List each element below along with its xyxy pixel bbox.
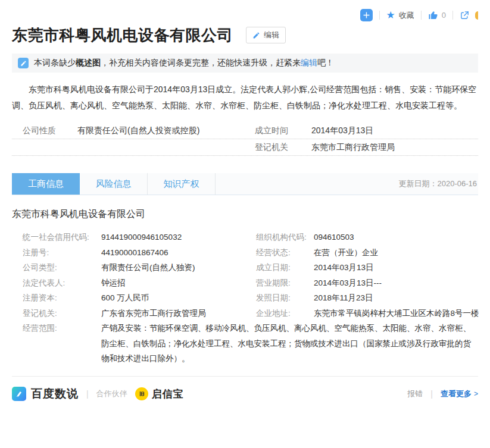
field-value: 东莞市常平镇岗梓村大埔工业区木岭路8号一楼 — [314, 306, 479, 321]
field-label: 统一社会信用代码: — [23, 230, 101, 245]
registration-detail-grid: 统一社会信用代码: 914419000946105032 组织机构代码: 094… — [12, 230, 478, 366]
like-button[interactable]: 0 — [428, 10, 446, 20]
footer-separator: | — [430, 389, 433, 399]
field-value: 2018年11月23日 — [314, 290, 478, 306]
notice-edit-link[interactable]: 编辑 — [301, 58, 317, 67]
tab-business-info[interactable]: 工商信息 — [12, 173, 80, 195]
detail-row: 登记机关: 广东省东莞市工商行政管理局 企业地址: 东莞市常平镇岗梓村大埔工业区… — [12, 306, 478, 321]
field-label: 登记机关: — [23, 306, 101, 321]
footer: 百度数说 | 合作伙伴 启信宝 报错 | 查看更多> — [12, 377, 478, 404]
footer-separator: | — [86, 389, 89, 399]
top-toolbar: ★ 收藏 0 — [12, 0, 478, 23]
like-count: 0 — [442, 11, 446, 20]
field-value: 2014年03月13日--- — [314, 275, 478, 291]
detail-company-name: 东莞市科粤风机电设备有限公司 — [12, 208, 478, 221]
star-icon: ★ — [386, 10, 395, 20]
tab-bar: 工商信息 风险信息 知识产权 更新日期：2020-06-16 — [12, 173, 478, 195]
company-summary: 东莞市科粤风机电设备有限公司于2014年03月13日成立。法定代表人郭小辉,公司… — [12, 82, 478, 114]
detail-row: 注册资本: 600 万人民币 发照日期: 2018年11月23日 — [12, 290, 478, 306]
tab-risk-info[interactable]: 风险信息 — [80, 173, 148, 195]
field-value: 600 万人民币 — [101, 290, 256, 306]
thumbs-up-icon — [428, 10, 438, 20]
business-scope-row: 经营范围: 产销及安装：节能环保空调、移动冷风机、负压风机、离心风机、空气能热泵… — [12, 321, 478, 366]
field-value: 东莞市工商行政管理局 — [311, 142, 478, 153]
field-label: 登记机关 — [255, 142, 311, 153]
field-value: 2014年03月13日 — [314, 260, 478, 275]
toolbar-divider — [421, 11, 422, 20]
baidu-shushuo-logo-icon — [12, 387, 26, 401]
field-value: 产销及安装：节能环保空调、移动冷风机、负压风机、离心风机、空气能热泵、太阳能、水… — [101, 321, 478, 366]
field-label: 成立日期: — [256, 260, 314, 275]
add-button[interactable] — [360, 9, 373, 21]
favorite-label: 收藏 — [399, 10, 414, 21]
basic-info-table: 公司性质 有限责任公司(自然人投资或控股) 成立时间 2014年03月13日 登… — [12, 123, 478, 156]
update-date: 更新日期：2020-06-16 — [399, 173, 479, 195]
field-label: 经营状态: — [256, 245, 314, 261]
field-label: 发照日期: — [256, 290, 314, 306]
partner-label: 合作伙伴 — [96, 389, 127, 399]
favorite-button[interactable]: ★ 收藏 — [386, 10, 414, 21]
view-more-link[interactable]: 查看更多> — [441, 389, 478, 399]
view-more-label: 查看更多 — [441, 389, 472, 399]
notice-bar: 本词条缺少概述图，补充相关内容使词条更完整，还能快速升级，赶紧来编辑吧！ — [12, 54, 478, 73]
notice-suffix: 吧！ — [317, 58, 334, 67]
field-value: 钟运招 — [101, 275, 256, 291]
notice-bold: 概述图 — [76, 58, 101, 67]
field-value: 914419000946105032 — [101, 230, 256, 245]
field-label: 公司性质 — [23, 126, 77, 136]
notice-text: 本词条缺少概述图，补充相关内容使词条更完整，还能快速升级，赶紧来编辑吧！ — [34, 58, 334, 68]
report-error-link[interactable]: 报错 — [407, 389, 423, 399]
page: ★ 收藏 0 东莞市科粤风机电设备有限公司 编辑 本词条缺少概述图，补充相关内容… — [0, 0, 490, 448]
field-label: 企业地址: — [256, 306, 314, 321]
field-value: 有限责任公司(自然人投资或控股) — [77, 126, 255, 136]
notice-pencil-icon — [18, 58, 29, 68]
field-label: 经营范围: — [23, 321, 101, 366]
qixinbao-brand-name: 启信宝 — [152, 387, 184, 401]
field-label: 营业期限: — [256, 275, 314, 291]
field-label: 成立时间 — [255, 126, 311, 136]
field-value: 094610503 — [314, 230, 478, 245]
toolbar-divider — [379, 11, 380, 20]
baidu-shushuo-brand-name: 百度数说 — [31, 386, 79, 402]
field-value: 有限责任公司(自然人独资) — [101, 260, 256, 275]
notice-prefix: 本词条缺少 — [34, 58, 76, 67]
detail-row: 注册号: 441900001867406 经营状态: 在营（开业）企业 — [12, 245, 478, 261]
clipped-edge-icon — [475, 11, 478, 20]
field-value: 441900001867406 — [101, 245, 256, 261]
field-label: 法定代表人: — [23, 275, 101, 291]
field-label: 组织机构代码: — [256, 230, 314, 245]
field-value: 在营（开业）企业 — [314, 245, 478, 261]
share-icon — [460, 10, 470, 20]
field-value: 2014年03月13日 — [311, 126, 478, 136]
basic-info-row: 公司性质 有限责任公司(自然人投资或控股) 成立时间 2014年03月13日 — [12, 123, 478, 139]
edit-button-label: 编辑 — [264, 30, 279, 40]
tab-intellectual-property[interactable]: 知识产权 — [148, 173, 216, 195]
detail-row: 统一社会信用代码: 914419000946105032 组织机构代码: 094… — [12, 230, 478, 245]
baidu-shushuo-brand[interactable]: 百度数说 — [12, 386, 79, 402]
field-label: 公司类型: — [23, 260, 101, 275]
field-label: 注册号: — [23, 245, 101, 261]
detail-row: 法定代表人: 钟运招 营业期限: 2014年03月13日--- — [12, 275, 478, 291]
detail-row: 公司类型: 有限责任公司(自然人独资) 成立日期: 2014年03月13日 — [12, 260, 478, 275]
basic-info-row: 登记机关 东莞市工商行政管理局 — [12, 139, 478, 156]
qixinbao-brand[interactable]: 启信宝 — [135, 387, 184, 401]
notice-middle: ，补充相关内容使词条更完整，还能快速升级，赶紧来 — [101, 58, 301, 67]
chevron-right-icon: > — [474, 390, 478, 398]
footer-right: 报错 | 查看更多> — [407, 389, 478, 399]
page-title: 东莞市科粤风机电设备有限公司 — [12, 25, 233, 46]
title-row: 东莞市科粤风机电设备有限公司 编辑 — [12, 24, 478, 46]
field-value: 广东省东莞市工商行政管理局 — [101, 306, 256, 321]
pencil-icon — [252, 32, 260, 39]
plus-icon — [361, 10, 372, 20]
field-label: 注册资本: — [23, 290, 101, 306]
edit-button[interactable]: 编辑 — [246, 27, 286, 43]
toolbar-divider — [452, 11, 453, 20]
qixinbao-logo-icon — [135, 387, 148, 400]
share-button[interactable] — [460, 10, 470, 20]
